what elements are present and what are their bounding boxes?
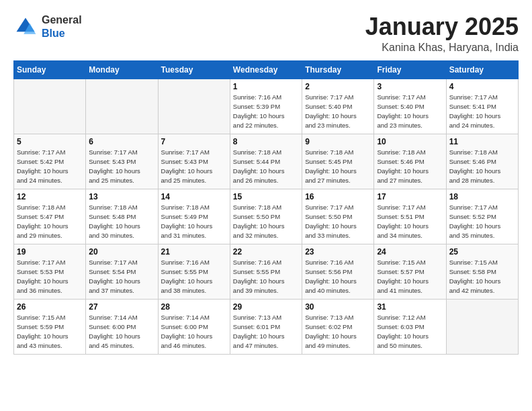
calendar-subtitle: Kanina Khas, Haryana, India [365,42,519,54]
day-info: Sunrise: 7:13 AM Sunset: 6:02 PM Dayligh… [305,313,371,351]
day-number: 30 [305,302,371,312]
logo-icon [13,15,38,39]
day-header-saturday: Saturday [446,60,518,79]
day-number: 10 [377,137,443,146]
day-info: Sunrise: 7:17 AM Sunset: 5:52 PM Dayligh… [449,203,515,241]
day-info: Sunrise: 7:16 AM Sunset: 5:55 PM Dayligh… [161,258,227,296]
page-header: General Blue January 2025 Kanina Khas, H… [13,13,519,54]
week-row-1: 1Sunrise: 7:16 AM Sunset: 5:39 PM Daylig… [14,79,519,134]
day-number: 6 [89,137,154,146]
logo-text-general: General [42,14,82,26]
day-number: 25 [449,247,515,257]
day-number: 9 [305,137,371,146]
calendar-cell [14,79,86,134]
calendar-cell: 24Sunrise: 7:15 AM Sunset: 5:57 PM Dayli… [374,244,446,299]
day-number: 12 [17,192,83,201]
calendar-cell: 19Sunrise: 7:17 AM Sunset: 5:53 PM Dayli… [14,244,86,299]
calendar-cell: 9Sunrise: 7:18 AM Sunset: 5:45 PM Daylig… [302,134,374,189]
week-row-4: 19Sunrise: 7:17 AM Sunset: 5:53 PM Dayli… [14,244,519,299]
calendar-cell [86,79,158,134]
calendar-cell: 29Sunrise: 7:13 AM Sunset: 6:01 PM Dayli… [230,299,302,354]
day-info: Sunrise: 7:18 AM Sunset: 5:44 PM Dayligh… [233,148,299,186]
day-info: Sunrise: 7:18 AM Sunset: 5:47 PM Dayligh… [17,203,83,241]
day-info: Sunrise: 7:18 AM Sunset: 5:45 PM Dayligh… [305,148,371,186]
day-number: 18 [449,192,515,201]
calendar-cell: 20Sunrise: 7:17 AM Sunset: 5:54 PM Dayli… [86,244,158,299]
calendar-cell: 11Sunrise: 7:18 AM Sunset: 5:46 PM Dayli… [446,134,518,189]
calendar-cell: 23Sunrise: 7:16 AM Sunset: 5:56 PM Dayli… [302,244,374,299]
day-info: Sunrise: 7:16 AM Sunset: 5:39 PM Dayligh… [233,93,299,131]
day-number: 22 [233,247,299,257]
day-info: Sunrise: 7:16 AM Sunset: 5:56 PM Dayligh… [305,258,371,296]
day-info: Sunrise: 7:12 AM Sunset: 6:03 PM Dayligh… [377,313,443,351]
calendar-cell [158,79,230,134]
week-row-2: 5Sunrise: 7:17 AM Sunset: 5:42 PM Daylig… [14,134,519,189]
day-info: Sunrise: 7:15 AM Sunset: 5:59 PM Dayligh… [17,313,83,351]
day-info: Sunrise: 7:17 AM Sunset: 5:51 PM Dayligh… [377,203,443,241]
day-info: Sunrise: 7:18 AM Sunset: 5:50 PM Dayligh… [233,203,299,241]
day-number: 5 [17,137,83,146]
day-info: Sunrise: 7:17 AM Sunset: 5:54 PM Dayligh… [89,258,154,296]
day-number: 26 [17,302,83,312]
calendar-cell: 5Sunrise: 7:17 AM Sunset: 5:42 PM Daylig… [14,134,86,189]
calendar-cell: 10Sunrise: 7:18 AM Sunset: 5:46 PM Dayli… [374,134,446,189]
day-number: 24 [377,247,443,257]
calendar-cell: 4Sunrise: 7:17 AM Sunset: 5:41 PM Daylig… [446,79,518,134]
day-header-monday: Monday [86,60,158,79]
day-info: Sunrise: 7:17 AM Sunset: 5:40 PM Dayligh… [377,93,443,131]
day-number: 2 [305,82,371,91]
day-number: 13 [89,192,154,201]
day-info: Sunrise: 7:16 AM Sunset: 5:55 PM Dayligh… [233,258,299,296]
calendar-cell: 14Sunrise: 7:18 AM Sunset: 5:49 PM Dayli… [158,189,230,244]
day-number: 4 [449,82,515,91]
calendar-cell: 16Sunrise: 7:17 AM Sunset: 5:50 PM Dayli… [302,189,374,244]
calendar-cell: 26Sunrise: 7:15 AM Sunset: 5:59 PM Dayli… [14,299,86,354]
day-info: Sunrise: 7:17 AM Sunset: 5:53 PM Dayligh… [17,258,83,296]
day-info: Sunrise: 7:17 AM Sunset: 5:50 PM Dayligh… [305,203,371,241]
day-header-tuesday: Tuesday [158,60,230,79]
day-number: 28 [161,302,227,312]
calendar-cell: 3Sunrise: 7:17 AM Sunset: 5:40 PM Daylig… [374,79,446,134]
calendar-cell: 28Sunrise: 7:14 AM Sunset: 6:00 PM Dayli… [158,299,230,354]
day-info: Sunrise: 7:17 AM Sunset: 5:43 PM Dayligh… [161,148,227,186]
calendar-cell: 15Sunrise: 7:18 AM Sunset: 5:50 PM Dayli… [230,189,302,244]
day-info: Sunrise: 7:17 AM Sunset: 5:40 PM Dayligh… [305,93,371,131]
day-info: Sunrise: 7:14 AM Sunset: 6:00 PM Dayligh… [161,313,227,351]
day-number: 20 [89,247,154,257]
day-number: 16 [305,192,371,201]
day-number: 31 [377,302,443,312]
day-info: Sunrise: 7:15 AM Sunset: 5:57 PM Dayligh… [377,258,443,296]
day-info: Sunrise: 7:17 AM Sunset: 5:43 PM Dayligh… [89,148,154,186]
logo: General Blue [13,13,82,40]
calendar-cell: 12Sunrise: 7:18 AM Sunset: 5:47 PM Dayli… [14,189,86,244]
calendar-cell: 8Sunrise: 7:18 AM Sunset: 5:44 PM Daylig… [230,134,302,189]
day-info: Sunrise: 7:15 AM Sunset: 5:58 PM Dayligh… [449,258,515,296]
week-row-3: 12Sunrise: 7:18 AM Sunset: 5:47 PM Dayli… [14,189,519,244]
calendar-cell: 25Sunrise: 7:15 AM Sunset: 5:58 PM Dayli… [446,244,518,299]
day-header-friday: Friday [374,60,446,79]
day-headers-row: SundayMondayTuesdayWednesdayThursdayFrid… [14,60,519,79]
day-number: 14 [161,192,227,201]
calendar-cell: 17Sunrise: 7:17 AM Sunset: 5:51 PM Dayli… [374,189,446,244]
day-number: 29 [233,302,299,312]
day-info: Sunrise: 7:18 AM Sunset: 5:49 PM Dayligh… [161,203,227,241]
calendar-title: January 2025 [365,13,519,40]
day-number: 27 [89,302,154,312]
day-number: 7 [161,137,227,146]
calendar-cell: 30Sunrise: 7:13 AM Sunset: 6:02 PM Dayli… [302,299,374,354]
day-number: 8 [233,137,299,146]
calendar-cell: 13Sunrise: 7:18 AM Sunset: 5:48 PM Dayli… [86,189,158,244]
day-number: 11 [449,137,515,146]
day-number: 1 [233,82,299,91]
day-number: 19 [17,247,83,257]
day-number: 15 [233,192,299,201]
day-info: Sunrise: 7:17 AM Sunset: 5:41 PM Dayligh… [449,93,515,131]
day-info: Sunrise: 7:18 AM Sunset: 5:46 PM Dayligh… [377,148,443,186]
day-number: 17 [377,192,443,201]
day-header-sunday: Sunday [14,60,86,79]
logo-text-blue: Blue [42,28,65,39]
title-block: January 2025 Kanina Khas, Haryana, India [365,13,519,54]
day-info: Sunrise: 7:17 AM Sunset: 5:42 PM Dayligh… [17,148,83,186]
week-row-5: 26Sunrise: 7:15 AM Sunset: 5:59 PM Dayli… [14,299,519,354]
day-number: 21 [161,247,227,257]
